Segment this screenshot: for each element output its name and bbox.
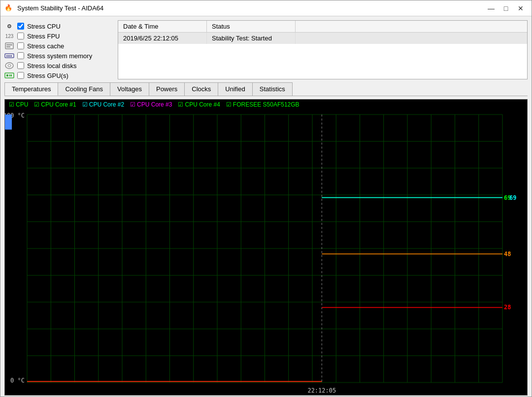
window-title: System Stability Test - AIDA64: [17, 4, 484, 12]
minimize-button[interactable]: —: [484, 2, 498, 14]
log-panel: Date & Time Status 2019/6/25 22:12:05 St…: [118, 20, 528, 79]
gpu-icon: [4, 72, 14, 79]
stress-fpu-row: 123 Stress FPU: [4, 32, 113, 40]
stress-options-panel: ⚙ Stress CPU 123 Stress FPU Stress cache: [4, 20, 113, 79]
stress-fpu-checkbox[interactable]: [17, 33, 24, 39]
stress-memory-label: Stress system memory: [27, 52, 92, 60]
stress-memory-row: Stress system memory: [4, 52, 113, 60]
legend-cpu-check: ☑: [9, 101, 14, 108]
tab-powers[interactable]: Powers: [149, 82, 185, 96]
stress-memory-checkbox[interactable]: [17, 52, 24, 59]
legend-core3-label: CPU Core #3: [137, 101, 172, 108]
svg-rect-4: [6, 55, 7, 57]
legend-core2: ☑ CPU Core #2: [82, 101, 124, 108]
svg-rect-11: [6, 74, 8, 76]
svg-point-9: [8, 65, 11, 67]
stress-cpu-label: Stress CPU: [27, 23, 61, 30]
svg-rect-12: [9, 74, 10, 76]
close-button[interactable]: ✕: [514, 2, 528, 14]
legend-cpu-label: CPU: [16, 101, 28, 108]
stress-cache-checkbox[interactable]: [17, 42, 24, 49]
temp-graph-legend: ☑ CPU ☑ CPU Core #1 ☑ CPU Core #2 ☑ CPU …: [5, 100, 527, 109]
cpu-icon: ⚙: [4, 22, 14, 30]
tab-voltages[interactable]: Voltages: [110, 82, 149, 96]
stress-gpu-label: Stress GPU(s): [27, 72, 68, 79]
tabs-row: Temperatures Cooling Fans Voltages Power…: [4, 82, 528, 96]
stress-disks-checkbox[interactable]: [17, 62, 24, 69]
log-header: Date & Time Status: [118, 21, 527, 33]
temperature-graph: ☑ CPU ☑ CPU Core #1 ☑ CPU Core #2 ☑ CPU …: [4, 99, 528, 396]
log-datetime-header: Date & Time: [118, 21, 207, 32]
tabs-area: Temperatures Cooling Fans Voltages Power…: [4, 82, 528, 96]
stress-gpu-checkbox[interactable]: [17, 72, 24, 79]
log-status-header: Status: [207, 21, 296, 32]
svg-rect-0: [5, 43, 13, 49]
app-icon: 🔥: [4, 4, 13, 13]
tab-cooling-fans[interactable]: Cooling Fans: [58, 82, 110, 96]
legend-core4: ☑ CPU Core #4: [178, 101, 220, 108]
tab-statistics[interactable]: Statistics: [252, 82, 293, 96]
legend-core1-check: ☑: [34, 101, 39, 108]
main-window: 🔥 System Stability Test - AIDA64 — □ ✕ ⚙…: [0, 0, 532, 397]
stress-fpu-label: Stress FPU: [27, 33, 60, 40]
legend-cpu: ☑ CPU: [9, 101, 28, 108]
stress-disks-label: Stress local disks: [27, 62, 76, 70]
svg-rect-7: [11, 55, 12, 57]
memory-icon: [4, 52, 14, 60]
log-status-cell: Stability Test: Started: [207, 33, 296, 44]
legend-ssd: ☑ FORESEE S50AF512GB: [226, 101, 299, 108]
legend-core2-check: ☑: [82, 101, 88, 108]
legend-ssd-label: FORESEE S50AF512GB: [233, 101, 299, 108]
graphs-area: ☑ CPU ☑ CPU Core #1 ☑ CPU Core #2 ☑ CPU …: [4, 99, 528, 397]
disk-icon: [4, 62, 14, 70]
svg-point-8: [5, 63, 13, 69]
svg-rect-13: [11, 74, 12, 76]
svg-rect-6: [9, 55, 10, 57]
fpu-icon: 123: [4, 32, 14, 40]
stress-cpu-row: ⚙ Stress CPU: [4, 22, 113, 30]
stress-cache-label: Stress cache: [27, 42, 64, 50]
tab-temperatures[interactable]: Temperatures: [4, 82, 58, 96]
legend-core4-label: CPU Core #4: [185, 101, 220, 108]
log-row: 2019/6/25 22:12:05 Stability Test: Start…: [118, 33, 527, 44]
window-controls: — □ ✕: [484, 2, 528, 14]
svg-rect-2: [6, 46, 10, 47]
temp-canvas: [5, 109, 527, 395]
svg-rect-1: [6, 44, 12, 45]
content-area: ⚙ Stress CPU 123 Stress FPU Stress cache: [0, 16, 532, 397]
legend-core1: ☑ CPU Core #1: [34, 101, 76, 108]
stress-disks-row: Stress local disks: [4, 62, 113, 70]
tab-clocks[interactable]: Clocks: [184, 82, 218, 96]
legend-core4-check: ☑: [178, 101, 183, 108]
stress-gpu-row: Stress GPU(s): [4, 72, 113, 79]
tab-unified[interactable]: Unified: [218, 82, 252, 96]
maximize-button[interactable]: □: [499, 2, 513, 14]
stress-cache-row: Stress cache: [4, 42, 113, 50]
title-bar: 🔥 System Stability Test - AIDA64 — □ ✕: [0, 0, 532, 16]
svg-rect-5: [8, 55, 9, 57]
legend-core1-label: CPU Core #1: [41, 101, 76, 108]
cache-icon: [4, 42, 14, 50]
stress-cpu-checkbox[interactable]: [17, 23, 24, 30]
legend-core2-label: CPU Core #2: [89, 101, 124, 108]
legend-core3-check: ☑: [130, 101, 135, 108]
legend-ssd-check: ☑: [226, 101, 232, 108]
top-section: ⚙ Stress CPU 123 Stress FPU Stress cache: [4, 20, 528, 79]
log-datetime-cell: 2019/6/25 22:12:05: [118, 33, 207, 44]
legend-core3: ☑ CPU Core #3: [130, 101, 172, 108]
